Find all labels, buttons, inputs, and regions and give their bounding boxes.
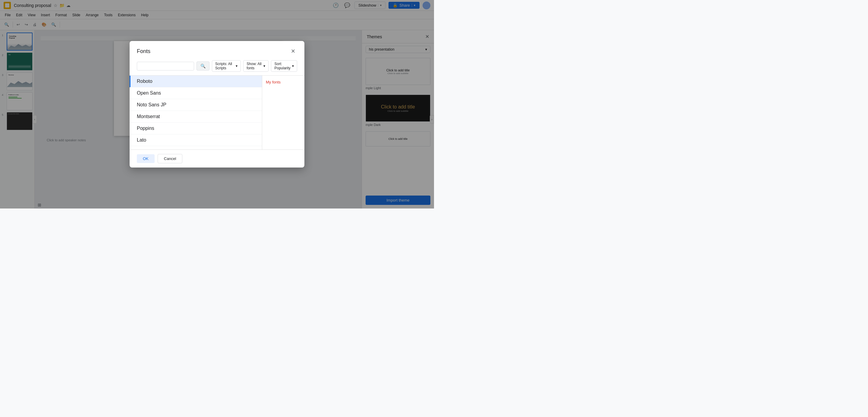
font-item-montserrat[interactable]: Montserrat — [130, 111, 262, 123]
scripts-filter[interactable]: Scripts: All Scripts ▾ — [212, 60, 241, 72]
fonts-modal-overlay: Fonts ✕ 🔍 Scripts: All Scripts ▾ Show: A… — [0, 0, 434, 208]
font-item-notosansjp[interactable]: Noto Sans JP — [130, 99, 262, 111]
font-list: Roboto Open Sans Noto Sans JP Montserrat… — [130, 76, 262, 150]
fonts-dialog: Fonts ✕ 🔍 Scripts: All Scripts ▾ Show: A… — [130, 41, 304, 167]
modal-title: Fonts — [137, 48, 150, 55]
font-item-inter[interactable]: Inter — [130, 146, 262, 150]
scripts-filter-label: Scripts: All Scripts — [215, 62, 235, 70]
modal-close-button[interactable]: ✕ — [289, 47, 297, 56]
modal-footer: OK Cancel — [130, 150, 304, 167]
my-fonts-panel: My fonts — [262, 76, 304, 150]
font-item-roboto[interactable]: Roboto — [130, 76, 262, 87]
modal-body: Roboto Open Sans Noto Sans JP Montserrat… — [130, 75, 304, 150]
font-search-input[interactable] — [137, 62, 194, 70]
show-filter-label: Show: All fonts — [247, 62, 262, 70]
cancel-button[interactable]: Cancel — [158, 154, 182, 163]
modal-search-row: 🔍 Scripts: All Scripts ▾ Show: All fonts… — [130, 60, 304, 75]
show-filter[interactable]: Show: All fonts ▾ — [243, 60, 269, 72]
font-item-poppins[interactable]: Poppins — [130, 123, 262, 134]
sort-filter[interactable]: Sort: Popularity ▾ — [271, 60, 297, 72]
sort-filter-arrow: ▾ — [292, 64, 294, 68]
my-fonts-title: My fonts — [266, 80, 281, 84]
font-search-button[interactable]: 🔍 — [196, 61, 210, 70]
modal-header: Fonts ✕ — [130, 41, 304, 60]
sort-filter-label: Sort: Popularity — [274, 62, 291, 70]
font-item-lato[interactable]: Lato — [130, 134, 262, 146]
font-item-opensans[interactable]: Open Sans — [130, 87, 262, 99]
scripts-filter-arrow: ▾ — [236, 64, 238, 68]
ok-button[interactable]: OK — [137, 154, 155, 163]
show-filter-arrow: ▾ — [264, 64, 265, 68]
